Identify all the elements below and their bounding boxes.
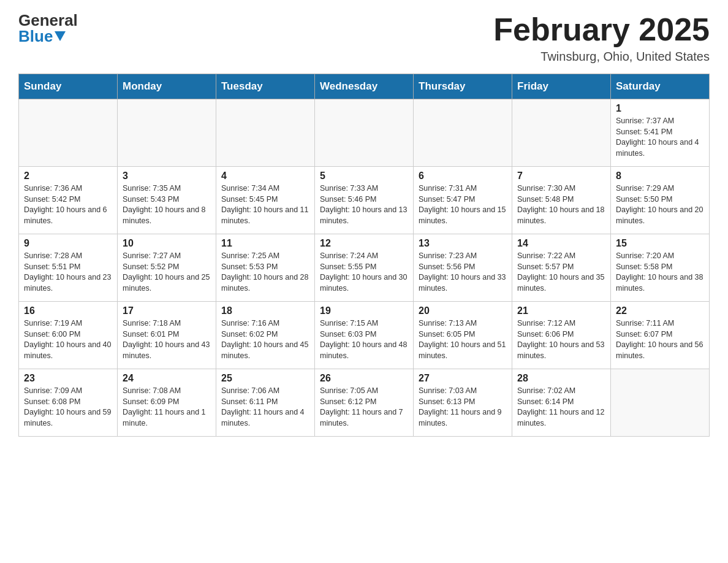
day-info: Sunrise: 7:31 AMSunset: 5:47 PMDaylight:… [419,183,507,226]
header-thursday: Thursday [414,74,512,99]
day-info: Sunrise: 7:08 AMSunset: 6:09 PMDaylight:… [123,386,211,429]
table-row: 15Sunrise: 7:20 AMSunset: 5:58 PMDayligh… [611,234,710,302]
table-row: 2Sunrise: 7:36 AMSunset: 5:42 PMDaylight… [19,167,118,234]
table-row: 5Sunrise: 7:33 AMSunset: 5:46 PMDaylight… [315,167,414,234]
table-row: 22Sunrise: 7:11 AMSunset: 6:07 PMDayligh… [611,302,710,369]
table-row: 8Sunrise: 7:29 AMSunset: 5:50 PMDaylight… [611,167,710,234]
header-tuesday: Tuesday [216,74,315,99]
day-info: Sunrise: 7:28 AMSunset: 5:51 PMDaylight:… [24,251,112,294]
logo-blue-text: Blue [18,28,78,44]
day-info: Sunrise: 7:23 AMSunset: 5:56 PMDaylight:… [419,251,507,294]
table-row: 27Sunrise: 7:03 AMSunset: 6:13 PMDayligh… [414,369,512,437]
day-number: 6 [419,170,507,182]
day-info: Sunrise: 7:33 AMSunset: 5:46 PMDaylight:… [320,183,408,226]
day-info: Sunrise: 7:03 AMSunset: 6:13 PMDaylight:… [419,386,507,429]
day-number: 9 [24,238,112,249]
table-row: 4Sunrise: 7:34 AMSunset: 5:45 PMDaylight… [216,167,315,234]
table-row: 7Sunrise: 7:30 AMSunset: 5:48 PMDaylight… [512,167,611,234]
table-row [512,99,611,167]
day-number: 12 [320,238,408,249]
table-row: 10Sunrise: 7:27 AMSunset: 5:52 PMDayligh… [118,234,216,302]
table-row: 12Sunrise: 7:24 AMSunset: 5:55 PMDayligh… [315,234,414,302]
location-text: Twinsburg, Ohio, United States [493,50,710,64]
day-number: 1 [616,103,704,114]
day-number: 14 [517,238,605,249]
day-number: 27 [419,373,507,384]
day-number: 21 [517,305,605,316]
day-number: 10 [123,238,211,249]
day-info: Sunrise: 7:12 AMSunset: 6:06 PMDaylight:… [517,318,605,361]
header-friday: Friday [512,74,611,99]
table-row: 17Sunrise: 7:18 AMSunset: 6:01 PMDayligh… [118,302,216,369]
day-number: 22 [616,305,704,316]
page-header: General Blue February 2025 Twinsburg, Oh… [18,12,710,64]
day-number: 18 [221,305,309,316]
calendar-week-row: 16Sunrise: 7:19 AMSunset: 6:00 PMDayligh… [19,302,710,369]
day-number: 17 [123,305,211,316]
calendar-table: Sunday Monday Tuesday Wednesday Thursday… [18,74,710,437]
day-info: Sunrise: 7:11 AMSunset: 6:07 PMDaylight:… [616,318,704,361]
table-row: 11Sunrise: 7:25 AMSunset: 5:53 PMDayligh… [216,234,315,302]
day-number: 8 [616,170,704,182]
calendar-week-row: 23Sunrise: 7:09 AMSunset: 6:08 PMDayligh… [19,369,710,437]
day-info: Sunrise: 7:05 AMSunset: 6:12 PMDaylight:… [320,386,408,429]
day-number: 3 [123,170,211,182]
day-info: Sunrise: 7:36 AMSunset: 5:42 PMDaylight:… [24,183,112,226]
day-number: 2 [24,170,112,182]
day-info: Sunrise: 7:02 AMSunset: 6:14 PMDaylight:… [517,386,605,429]
day-info: Sunrise: 7:24 AMSunset: 5:55 PMDaylight:… [320,251,408,294]
day-info: Sunrise: 7:37 AMSunset: 5:41 PMDaylight:… [616,116,704,159]
table-row [315,99,414,167]
day-info: Sunrise: 7:18 AMSunset: 6:01 PMDaylight:… [123,318,211,361]
table-row [611,369,710,437]
table-row: 19Sunrise: 7:15 AMSunset: 6:03 PMDayligh… [315,302,414,369]
day-info: Sunrise: 7:35 AMSunset: 5:43 PMDaylight:… [123,183,211,226]
table-row: 24Sunrise: 7:08 AMSunset: 6:09 PMDayligh… [118,369,216,437]
logo: General Blue [18,12,78,44]
header-sunday: Sunday [19,74,118,99]
day-info: Sunrise: 7:06 AMSunset: 6:11 PMDaylight:… [221,386,309,429]
header-saturday: Saturday [611,74,710,99]
day-number: 16 [24,305,112,316]
day-info: Sunrise: 7:27 AMSunset: 5:52 PMDaylight:… [123,251,211,294]
day-number: 7 [517,170,605,182]
table-row: 18Sunrise: 7:16 AMSunset: 6:02 PMDayligh… [216,302,315,369]
table-row [216,99,315,167]
table-row: 26Sunrise: 7:05 AMSunset: 6:12 PMDayligh… [315,369,414,437]
calendar-week-row: 9Sunrise: 7:28 AMSunset: 5:51 PMDaylight… [19,234,710,302]
table-row: 14Sunrise: 7:22 AMSunset: 5:57 PMDayligh… [512,234,611,302]
header-monday: Monday [118,74,216,99]
calendar-week-row: 2Sunrise: 7:36 AMSunset: 5:42 PMDaylight… [19,167,710,234]
calendar-week-row: 1Sunrise: 7:37 AMSunset: 5:41 PMDaylight… [19,99,710,167]
day-number: 25 [221,373,309,384]
day-number: 15 [616,238,704,249]
day-number: 13 [419,238,507,249]
table-row: 21Sunrise: 7:12 AMSunset: 6:06 PMDayligh… [512,302,611,369]
table-row [414,99,512,167]
table-row: 16Sunrise: 7:19 AMSunset: 6:00 PMDayligh… [19,302,118,369]
day-number: 24 [123,373,211,384]
day-number: 4 [221,170,309,182]
day-info: Sunrise: 7:09 AMSunset: 6:08 PMDaylight:… [24,386,112,429]
day-info: Sunrise: 7:19 AMSunset: 6:00 PMDaylight:… [24,318,112,361]
day-number: 28 [517,373,605,384]
day-number: 11 [221,238,309,249]
svg-marker-0 [55,31,66,41]
day-number: 26 [320,373,408,384]
table-row: 1Sunrise: 7:37 AMSunset: 5:41 PMDaylight… [611,99,710,167]
table-row: 25Sunrise: 7:06 AMSunset: 6:11 PMDayligh… [216,369,315,437]
day-info: Sunrise: 7:13 AMSunset: 6:05 PMDaylight:… [419,318,507,361]
logo-general-text: General [18,12,78,28]
table-row: 28Sunrise: 7:02 AMSunset: 6:14 PMDayligh… [512,369,611,437]
day-info: Sunrise: 7:16 AMSunset: 6:02 PMDaylight:… [221,318,309,361]
day-info: Sunrise: 7:25 AMSunset: 5:53 PMDaylight:… [221,251,309,294]
day-number: 20 [419,305,507,316]
day-info: Sunrise: 7:22 AMSunset: 5:57 PMDaylight:… [517,251,605,294]
day-number: 19 [320,305,408,316]
day-info: Sunrise: 7:15 AMSunset: 6:03 PMDaylight:… [320,318,408,361]
day-number: 5 [320,170,408,182]
table-row [118,99,216,167]
table-row: 20Sunrise: 7:13 AMSunset: 6:05 PMDayligh… [414,302,512,369]
table-row: 9Sunrise: 7:28 AMSunset: 5:51 PMDaylight… [19,234,118,302]
table-row: 6Sunrise: 7:31 AMSunset: 5:47 PMDaylight… [414,167,512,234]
